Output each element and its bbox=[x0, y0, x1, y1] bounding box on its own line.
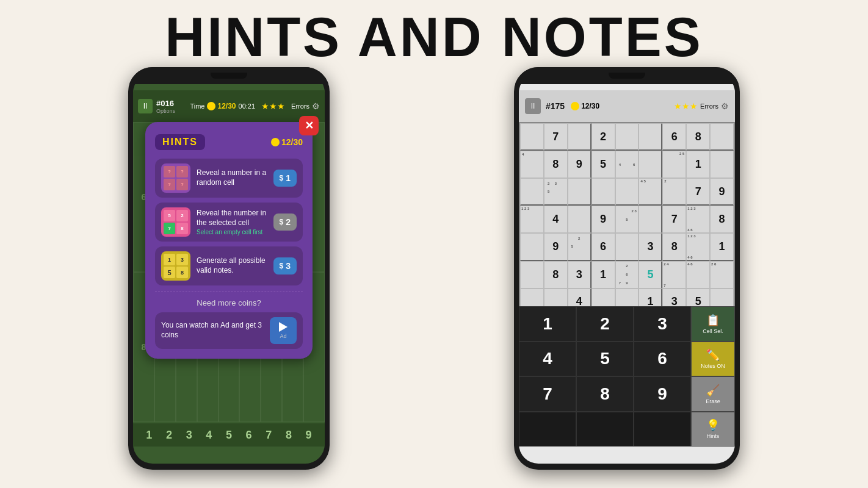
right-phone: II #175 12/30 ★★★ Errors ⚙ 7 2 bbox=[514, 67, 740, 470]
cell-r-1-6[interactable]: 2 5 bbox=[662, 151, 686, 178]
cell-r-4-0[interactable] bbox=[520, 233, 544, 260]
cell-r-1-4[interactable]: 46 bbox=[615, 151, 639, 178]
hint-random-icon: ? ? ? ? bbox=[161, 163, 190, 193]
hints-icon: 💡 bbox=[706, 418, 720, 432]
cell-r-4-2[interactable]: 2 5 bbox=[568, 233, 591, 260]
right-gear-icon[interactable]: ⚙ bbox=[721, 101, 729, 111]
hint-selected-icon: 5 2 ? 8 bbox=[161, 207, 190, 237]
cell-r-4-4[interactable] bbox=[615, 233, 639, 260]
hints-button-right[interactable]: 💡 Hints bbox=[691, 412, 735, 447]
cell-r-1-2[interactable]: 9 bbox=[568, 151, 591, 178]
right-phone-screen: II #175 12/30 ★★★ Errors ⚙ 7 2 bbox=[519, 73, 735, 464]
cell-r-1-5[interactable] bbox=[638, 151, 662, 178]
cell-r-3-0[interactable]: 1 2 3 bbox=[520, 206, 544, 233]
cell-r-3-3[interactable]: 9 bbox=[591, 206, 615, 233]
cell-r-3-1[interactable]: 4 bbox=[544, 206, 568, 233]
cell-r-5-2[interactable]: 3 bbox=[568, 261, 591, 289]
cell-r-0-4[interactable] bbox=[615, 123, 639, 151]
cell-r-2-1[interactable]: 23 5 bbox=[544, 178, 568, 206]
right-phone-notch bbox=[514, 67, 740, 84]
numpad-7[interactable]: 7 bbox=[519, 376, 576, 412]
cell-r-2-5[interactable]: 4 5 bbox=[638, 178, 662, 206]
cell-r-3-2[interactable] bbox=[568, 206, 591, 233]
cell-r-0-5[interactable] bbox=[638, 123, 662, 151]
cell-r-3-4[interactable]: 2 3 5 bbox=[615, 206, 639, 233]
cell-r-1-1[interactable]: 8 bbox=[544, 151, 568, 178]
cell-r-1-8[interactable] bbox=[710, 151, 734, 178]
cell-r-3-5[interactable] bbox=[638, 206, 662, 233]
hints-header: HINTS 12/30 bbox=[155, 134, 303, 150]
cell-r-2-7[interactable]: 7 bbox=[686, 178, 710, 206]
cell-r-1-7[interactable]: 1 bbox=[686, 151, 710, 178]
cell-r-0-1[interactable]: 7 bbox=[544, 123, 568, 151]
watch-ad-button[interactable]: Ad bbox=[270, 317, 297, 344]
cell-r-5-8[interactable]: 2 6 bbox=[710, 261, 734, 289]
left-phone-notch bbox=[128, 67, 330, 84]
numpad: 1 2 3 📋 Cell Sel. 4 5 6 ✏️ Notes ON 7 8 … bbox=[519, 306, 735, 447]
numpad-2[interactable]: 2 bbox=[576, 306, 634, 342]
options-gear-icon[interactable]: ⚙ bbox=[312, 101, 320, 111]
coin-icon bbox=[207, 102, 215, 110]
cell-r-4-7[interactable]: 1 2 3 4 6 bbox=[686, 233, 710, 260]
numpad-8[interactable]: 8 bbox=[576, 376, 634, 412]
hints-modal: ✕ HINTS 12/30 ? ? ? ? bbox=[145, 122, 313, 359]
cell-r-0-6[interactable]: 6 bbox=[662, 123, 686, 151]
cell-r-0-0[interactable] bbox=[520, 123, 544, 151]
cell-r-2-6[interactable]: 2 bbox=[662, 178, 686, 206]
erase-button[interactable]: 🧹 Erase bbox=[691, 376, 735, 412]
cell-r-1-3[interactable]: 5 bbox=[591, 151, 615, 178]
cell-r-5-1[interactable]: 8 bbox=[544, 261, 568, 289]
cell-r-4-6[interactable]: 8 bbox=[662, 233, 686, 260]
hint-notes-cost: $ 3 bbox=[273, 257, 297, 274]
cell-r-2-8[interactable]: 9 bbox=[710, 178, 734, 206]
cell-r-0-2[interactable] bbox=[568, 123, 591, 151]
cell-sel-button[interactable]: 📋 Cell Sel. bbox=[691, 306, 735, 342]
numpad-6[interactable]: 6 bbox=[634, 342, 691, 377]
hint-notes[interactable]: 1 3 5 8 Generate all possible valid note… bbox=[155, 246, 303, 285]
cell-r-4-8[interactable]: 1 bbox=[710, 233, 734, 260]
hint-selected-text: Reveal the number in the selected cell S… bbox=[197, 209, 267, 235]
cell-r-4-1[interactable]: 9 bbox=[544, 233, 568, 260]
right-coin-icon bbox=[571, 102, 579, 110]
numpad-empty1 bbox=[519, 412, 576, 447]
cell-r-5-5[interactable]: 5 bbox=[638, 261, 662, 289]
cell-r-2-0[interactable] bbox=[520, 178, 544, 206]
hints-title: HINTS bbox=[155, 134, 205, 150]
numpad-4[interactable]: 4 bbox=[519, 342, 576, 377]
cell-r-5-0[interactable] bbox=[520, 261, 544, 289]
cell-r-3-8[interactable]: 8 bbox=[710, 206, 734, 233]
left-phone: 6 7 3 8 I bbox=[128, 67, 330, 470]
cell-r-0-8[interactable] bbox=[710, 123, 734, 151]
cell-r-1-0[interactable]: 4 bbox=[520, 151, 544, 178]
cell-r-0-3[interactable]: 2 bbox=[591, 123, 615, 151]
cell-r-0-7[interactable]: 8 bbox=[686, 123, 710, 151]
numpad-9[interactable]: 9 bbox=[634, 376, 691, 412]
number-row: 1 2 3 4 5 6 7 8 9 bbox=[133, 423, 325, 447]
cell-r-5-6[interactable]: 2 4 7 bbox=[662, 261, 686, 289]
numpad-1[interactable]: 1 bbox=[519, 306, 576, 342]
hint-notes-icon: 1 3 5 8 bbox=[161, 251, 190, 281]
cell-r-3-6[interactable]: 7 bbox=[662, 206, 686, 233]
cell-r-2-3[interactable] bbox=[591, 178, 615, 206]
hints-close-button[interactable]: ✕ bbox=[299, 116, 319, 135]
right-pause-button[interactable]: II bbox=[525, 98, 541, 114]
pause-button[interactable]: II bbox=[138, 99, 153, 113]
cell-r-3-7[interactable]: 1 2 3 4 6 bbox=[686, 206, 710, 233]
cell-r-2-4[interactable] bbox=[615, 178, 639, 206]
hints-divider bbox=[155, 292, 303, 292]
hint-random-cell[interactable]: ? ? ? ? Reveal a number in a random cell… bbox=[155, 159, 303, 198]
numpad-3[interactable]: 3 bbox=[634, 306, 691, 342]
hint-selected-cell[interactable]: 5 2 ? 8 Reveal the number in the selecte… bbox=[155, 203, 303, 242]
coin-icon-modal bbox=[271, 138, 280, 146]
cell-r-4-5[interactable]: 3 bbox=[638, 233, 662, 260]
cell-r-4-3[interactable]: 6 bbox=[591, 233, 615, 260]
watch-ad-item[interactable]: You can watch an Ad and get 3 coins Ad bbox=[155, 312, 303, 349]
cell-r-5-3[interactable]: 1 bbox=[591, 261, 615, 289]
cell-r-2-2[interactable] bbox=[568, 178, 591, 206]
hint-random-cost: $ 1 bbox=[273, 170, 297, 187]
cell-r-5-7[interactable]: 4 6 bbox=[686, 261, 710, 289]
notes-on-button[interactable]: ✏️ Notes ON bbox=[691, 342, 735, 377]
more-coins-label: Need more coins? bbox=[155, 298, 303, 307]
numpad-5[interactable]: 5 bbox=[576, 342, 634, 377]
cell-r-5-4[interactable]: 2 6 79 bbox=[615, 261, 639, 289]
